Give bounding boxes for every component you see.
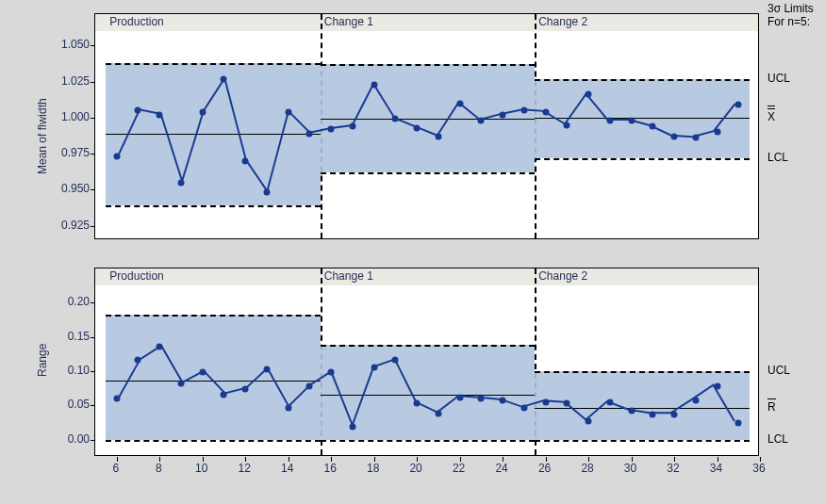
data-point bbox=[671, 411, 678, 417]
xtick: 12 bbox=[239, 462, 251, 475]
xtick: 14 bbox=[281, 462, 293, 475]
data-point bbox=[113, 154, 120, 160]
limit-label: LCL bbox=[767, 151, 788, 164]
ytick: 0.05 bbox=[5, 398, 90, 411]
data-point bbox=[735, 419, 742, 426]
data-point bbox=[328, 369, 335, 376]
data-point bbox=[199, 368, 206, 375]
xtick: 18 bbox=[367, 462, 379, 475]
limit-label: UCL bbox=[767, 364, 790, 377]
data-point bbox=[177, 381, 184, 387]
data-point bbox=[349, 123, 355, 130]
xtick: 6 bbox=[112, 462, 119, 475]
phase-label: Change 2 bbox=[538, 269, 587, 283]
data-point bbox=[520, 405, 527, 412]
ytick: 1.000 bbox=[5, 110, 90, 123]
data-point bbox=[263, 189, 270, 196]
data-point bbox=[542, 108, 549, 115]
data-point bbox=[371, 365, 377, 371]
data-point bbox=[478, 117, 485, 123]
data-point bbox=[263, 366, 270, 372]
data-point bbox=[414, 400, 421, 407]
ytick: 0.00 bbox=[5, 432, 90, 446]
data-point bbox=[606, 399, 613, 406]
data-point bbox=[285, 108, 291, 115]
data-point bbox=[285, 404, 291, 411]
phase-label: Production bbox=[109, 15, 163, 28]
data-point bbox=[157, 343, 163, 350]
data-point bbox=[628, 117, 635, 123]
data-point bbox=[628, 408, 635, 415]
xtick: 36 bbox=[752, 462, 765, 475]
data-point bbox=[500, 111, 506, 118]
phase-label: Change 1 bbox=[324, 269, 373, 283]
limit-label: R bbox=[767, 400, 776, 414]
data-point bbox=[157, 111, 163, 118]
data-point bbox=[692, 135, 699, 141]
limits-label-1: 3σ Limits bbox=[767, 2, 814, 15]
xtick: 10 bbox=[195, 462, 207, 475]
data-point bbox=[456, 394, 463, 400]
xtick: 34 bbox=[710, 462, 722, 475]
data-point bbox=[564, 400, 570, 407]
limit-label: LCL bbox=[767, 432, 788, 446]
xtick: 32 bbox=[667, 462, 679, 475]
data-point bbox=[520, 107, 527, 114]
data-point bbox=[435, 411, 441, 417]
xtick: 28 bbox=[581, 462, 593, 475]
xbar-chart: ProductionChange 1Change 2 bbox=[94, 13, 759, 239]
data-point bbox=[306, 130, 313, 137]
phase-label: Change 1 bbox=[324, 15, 373, 28]
data-point bbox=[606, 117, 613, 123]
data-point bbox=[199, 108, 206, 115]
data-point bbox=[392, 116, 399, 122]
data-point bbox=[242, 385, 249, 392]
data-point bbox=[113, 396, 120, 402]
data-point bbox=[671, 133, 678, 139]
phase-label: Change 2 bbox=[538, 15, 587, 28]
range-chart: ProductionChange 1Change 2 bbox=[94, 268, 759, 456]
data-point bbox=[135, 357, 141, 364]
data-point bbox=[221, 75, 227, 82]
limits-label-2: For n=5: bbox=[767, 15, 810, 28]
ytick: 0.975 bbox=[5, 146, 90, 159]
data-point bbox=[392, 357, 399, 364]
limit-label: UCL bbox=[767, 72, 790, 85]
data-point bbox=[456, 100, 463, 106]
xtick: 8 bbox=[156, 462, 162, 475]
phase-label: Production bbox=[109, 269, 163, 283]
data-point bbox=[586, 418, 592, 425]
xtick: 22 bbox=[453, 462, 465, 475]
data-point bbox=[414, 124, 421, 131]
xtick: 30 bbox=[624, 462, 636, 475]
data-point bbox=[221, 391, 227, 398]
data-point bbox=[586, 91, 592, 98]
ytick: 0.20 bbox=[5, 295, 90, 308]
data-point bbox=[650, 411, 656, 417]
data-point bbox=[735, 102, 742, 108]
ytick: 0.10 bbox=[5, 364, 90, 377]
data-point bbox=[435, 133, 441, 139]
ytick: 1.025 bbox=[5, 74, 90, 88]
data-point bbox=[135, 107, 141, 114]
ytick: 0.15 bbox=[5, 330, 90, 343]
ytick: 0.925 bbox=[5, 219, 90, 232]
xtick: 16 bbox=[323, 462, 336, 475]
xtick: 20 bbox=[409, 462, 421, 475]
data-point bbox=[542, 398, 549, 405]
data-point bbox=[714, 129, 720, 136]
data-point bbox=[478, 396, 485, 402]
data-point bbox=[714, 383, 720, 390]
data-point bbox=[242, 157, 249, 164]
data-point bbox=[177, 179, 184, 186]
data-point bbox=[328, 126, 335, 133]
data-point bbox=[650, 123, 656, 130]
data-point bbox=[306, 383, 313, 390]
data-point bbox=[692, 398, 699, 404]
ytick: 1.050 bbox=[5, 38, 90, 51]
limit-label: X bbox=[767, 110, 775, 123]
xtick: 26 bbox=[538, 462, 551, 475]
ytick: 0.950 bbox=[5, 182, 90, 195]
xtick: 24 bbox=[495, 462, 507, 475]
data-point bbox=[349, 423, 355, 430]
